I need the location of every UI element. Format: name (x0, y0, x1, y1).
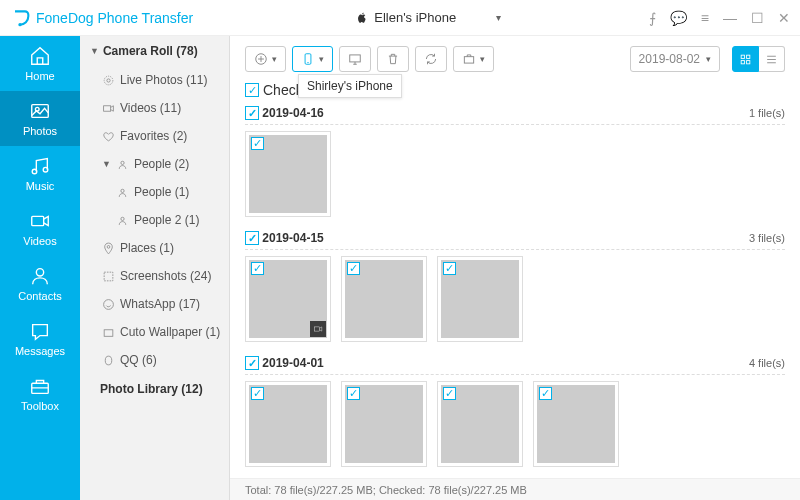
sidebar-qq[interactable]: QQ (6) (80, 346, 229, 374)
svg-rect-17 (104, 329, 113, 336)
maximize-icon[interactable]: ☐ (751, 10, 764, 26)
sidebar-people-2[interactable]: People 2 (1) (80, 206, 229, 234)
feedback-icon[interactable]: ⨍ (649, 10, 656, 26)
titlebar: FoneDog Phone Transfer Ellen's iPhone ▾ … (0, 0, 800, 36)
sidebar-videos[interactable]: Videos (11) (80, 94, 229, 122)
grid-icon (739, 53, 752, 66)
nav-messages[interactable]: Messages (0, 311, 80, 366)
file-count: 3 file(s) (749, 232, 785, 244)
chevron-down-icon: ▼ (102, 159, 111, 169)
photo-thumb[interactable]: ✓ (245, 256, 331, 342)
nav-contacts[interactable]: Contacts (0, 256, 80, 311)
svg-rect-1 (32, 105, 49, 118)
date-header[interactable]: ✓ 2019-04-014 file(s) (245, 356, 785, 375)
chevron-down-icon: ▾ (496, 12, 501, 23)
music-icon (29, 155, 51, 177)
date-filter-value: 2019-08-02 (639, 52, 700, 66)
list-view-button[interactable] (759, 46, 785, 72)
date-filter[interactable]: 2019-08-02▾ (630, 46, 720, 72)
date-group: ✓ 2019-04-153 file(s) ✓ ✓ ✓ (245, 231, 785, 342)
chevron-down-icon: ▾ (480, 54, 485, 64)
sidebar-item-label: QQ (6) (120, 353, 157, 367)
svg-rect-22 (464, 57, 473, 63)
checkbox-icon[interactable]: ✓ (251, 137, 264, 150)
contacts-icon (29, 265, 51, 287)
more-actions-button[interactable]: ▾ (453, 46, 494, 72)
photo-thumb[interactable]: ✓ (245, 131, 331, 217)
svg-point-18 (105, 356, 112, 365)
trash-icon (386, 52, 400, 66)
sidebar-favorites[interactable]: Favorites (2) (80, 122, 229, 150)
photo-thumb[interactable]: ✓ (437, 256, 523, 342)
close-icon[interactable]: ✕ (778, 10, 790, 26)
sidebar-item-label: People (1) (134, 185, 189, 199)
date-label: 2019-04-01 (262, 356, 323, 370)
checkbox-icon: ✓ (245, 231, 259, 245)
file-count: 1 file(s) (749, 107, 785, 119)
nav-toolbox-label: Toolbox (21, 400, 59, 412)
checkbox-icon[interactable]: ✓ (251, 262, 264, 275)
date-label: 2019-04-16 (262, 106, 323, 120)
svg-point-14 (107, 245, 110, 248)
sidebar-photo-library-label: Photo Library (12) (100, 382, 203, 396)
add-button[interactable]: ▾ (245, 46, 286, 72)
export-to-pc-button[interactable] (339, 46, 371, 72)
svg-point-0 (18, 23, 21, 26)
checkbox-icon[interactable]: ✓ (347, 262, 360, 275)
checkbox-icon[interactable]: ✓ (347, 387, 360, 400)
sidebar-people[interactable]: ▼People (2) (80, 150, 229, 178)
sidebar-places[interactable]: Places (1) (80, 234, 229, 262)
grid-view-button[interactable] (732, 46, 759, 72)
sidebar-camera-roll[interactable]: ▼Camera Roll (78) (80, 36, 229, 66)
videos-icon (29, 210, 51, 232)
sidebar-live-photos[interactable]: Live Photos (11) (80, 66, 229, 94)
sidebar-screenshots[interactable]: Screenshots (24) (80, 262, 229, 290)
photo-thumb[interactable]: ✓ (341, 256, 427, 342)
export-to-phone-button[interactable]: ▾ (292, 46, 333, 72)
sidebar-item-label: People (2) (134, 157, 189, 171)
checkbox-icon[interactable]: ✓ (443, 262, 456, 275)
photo-thumb[interactable]: ✓ (533, 381, 619, 467)
svg-point-8 (107, 78, 110, 81)
sidebar-whatsapp[interactable]: WhatsApp (17) (80, 290, 229, 318)
app-logo-icon (10, 8, 30, 28)
chevron-down-icon: ▾ (706, 54, 711, 64)
checkbox-icon[interactable]: ✓ (251, 387, 264, 400)
date-header[interactable]: ✓ 2019-04-153 file(s) (245, 231, 785, 250)
device-selector[interactable]: Ellen's iPhone ▾ (343, 6, 513, 29)
pc-export-icon (348, 52, 362, 66)
nav-videos[interactable]: Videos (0, 201, 80, 256)
refresh-button[interactable] (415, 46, 447, 72)
message-icon[interactable]: 💬 (670, 10, 687, 26)
delete-button[interactable] (377, 46, 409, 72)
date-header[interactable]: ✓ 2019-04-161 file(s) (245, 106, 785, 125)
sidebar-photo-library[interactable]: Photo Library (12) (80, 374, 229, 404)
minimize-icon[interactable]: — (723, 10, 737, 26)
photo-thumb[interactable]: ✓ (341, 381, 427, 467)
svg-rect-21 (350, 55, 361, 62)
nav-home[interactable]: Home (0, 36, 80, 91)
person-icon (116, 214, 129, 227)
sidebar: ▼Camera Roll (78) Live Photos (11) Video… (80, 36, 230, 500)
sidebar-cuto[interactable]: Cuto Wallpaper (1) (80, 318, 229, 346)
nav-photos-label: Photos (23, 125, 57, 137)
nav-rail: Home Photos Music Videos Contacts Messag… (0, 36, 80, 500)
checkbox-icon[interactable]: ✓ (443, 387, 456, 400)
checkbox-icon[interactable]: ✓ (539, 387, 552, 400)
photo-scroll[interactable]: ✓ 2019-04-161 file(s) ✓ ✓ 2019-04-153 fi… (230, 106, 800, 500)
nav-music[interactable]: Music (0, 146, 80, 201)
nav-photos[interactable]: Photos (0, 91, 80, 146)
pin-icon (102, 242, 115, 255)
people-icon (116, 158, 129, 171)
person-icon (116, 186, 129, 199)
nav-messages-label: Messages (15, 345, 65, 357)
photo-thumb[interactable]: ✓ (437, 381, 523, 467)
live-icon (102, 74, 115, 87)
svg-rect-26 (747, 60, 750, 63)
nav-contacts-label: Contacts (18, 290, 61, 302)
status-bar: Total: 78 file(s)/227.25 MB; Checked: 78… (230, 478, 800, 500)
nav-toolbox[interactable]: Toolbox (0, 366, 80, 421)
menu-icon[interactable]: ≡ (701, 10, 709, 26)
sidebar-people-1[interactable]: People (1) (80, 178, 229, 206)
photo-thumb[interactable]: ✓ (245, 381, 331, 467)
